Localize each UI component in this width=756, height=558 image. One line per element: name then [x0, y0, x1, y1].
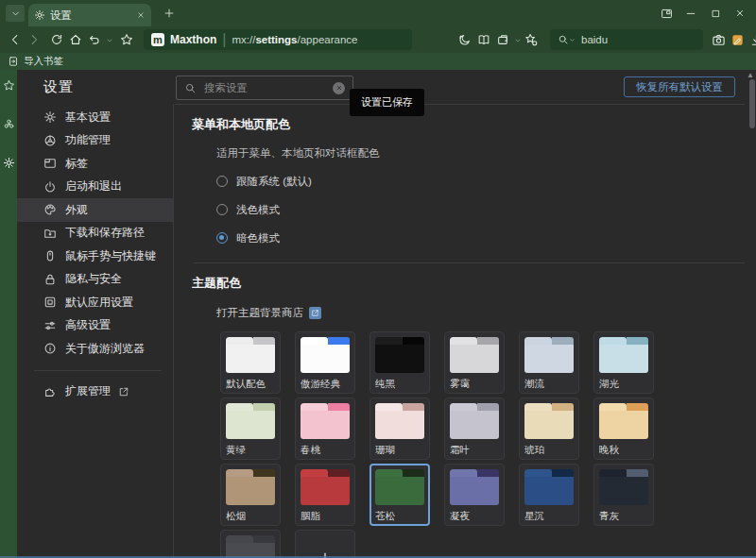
settings-search-input[interactable] — [202, 81, 333, 94]
nav-item-power[interactable]: 启动和退出 — [17, 176, 173, 199]
theme-tile[interactable]: 纯黑 — [369, 331, 430, 394]
maximize-button[interactable] — [707, 5, 724, 22]
theme-tile[interactable]: 潮流 — [519, 331, 579, 394]
undo-dropdown[interactable] — [106, 31, 113, 48]
home-button[interactable] — [66, 30, 85, 49]
theme-name: 凝夜 — [450, 510, 499, 523]
nav-item-extensions[interactable]: 扩展管理 — [17, 380, 173, 404]
settings-search-box[interactable] — [176, 76, 353, 100]
theme-tile[interactable]: 傲游经典 — [295, 331, 355, 394]
theme-tile[interactable]: 松烟 — [220, 464, 281, 526]
theme-tile[interactable]: 胭脂 — [295, 464, 355, 526]
nav-item-sliders[interactable]: 高级设置 — [17, 314, 173, 338]
theme-name: 晚秋 — [599, 444, 648, 457]
theme-tile[interactable]: 暗夜 — [220, 530, 281, 558]
read-mode-button[interactable] — [474, 30, 493, 49]
nav-item-label: 高级设置 — [65, 317, 111, 333]
nav-item-wheel[interactable]: 功能管理 — [17, 129, 173, 153]
scrollbar-up-arrow[interactable]: ▲ — [747, 71, 754, 79]
clear-search-button[interactable] — [333, 82, 345, 94]
tab-list-button[interactable] — [6, 5, 25, 22]
maxthon-logo: m — [151, 33, 164, 46]
active-tab-settings[interactable]: 设置 — [28, 4, 151, 26]
address-bar[interactable]: m Maxthon | mx://settings/appearance — [144, 29, 412, 50]
open-theme-store-link[interactable]: 打开主题背景商店 — [216, 306, 745, 320]
theme-name: 松烟 — [226, 510, 275, 523]
night-mode-button[interactable] — [455, 30, 474, 49]
theme-tile[interactable]: 星沉 — [519, 464, 579, 526]
minimize-button[interactable] — [682, 5, 699, 22]
undo-closed-tab-button[interactable] — [85, 30, 104, 49]
theme-tile[interactable]: 琥珀 — [519, 397, 579, 460]
screenshot-button[interactable] — [709, 30, 728, 49]
app-icon — [43, 296, 57, 309]
nav-item-info[interactable]: 关于傲游浏览器 — [17, 337, 173, 361]
theme-name: 默认配色 — [226, 378, 275, 391]
nav-item-lock[interactable]: 隐私与安全 — [17, 268, 173, 292]
maxnote-button[interactable] — [728, 30, 747, 49]
close-window-button[interactable] — [731, 5, 748, 22]
tab-close-icon[interactable] — [136, 10, 146, 20]
rail-settings-button[interactable] — [3, 157, 15, 169]
scrollbar-thumb[interactable] — [749, 79, 755, 128]
star-icon — [3, 79, 15, 92]
theme-tile[interactable]: 珊瑚 — [369, 397, 430, 460]
color-mode-radio[interactable]: 跟随系统 (默认) — [216, 174, 745, 189]
radio-circle-icon — [216, 176, 228, 187]
import-bookmarks-button[interactable]: 导入书签 — [24, 55, 63, 68]
theme-tile[interactable]: 春桃 — [295, 397, 355, 460]
refresh-icon — [50, 33, 63, 46]
bookmark-settings-button[interactable] — [522, 30, 541, 49]
nav-item-gear[interactable]: 基本设置 — [17, 106, 173, 129]
new-tab-button[interactable] — [161, 5, 178, 22]
nav-item-palette[interactable]: 外观 — [17, 198, 173, 222]
nav-item-mouse[interactable]: 鼠标手势与快捷键 — [17, 245, 173, 268]
theme-tile[interactable]: 黄绿 — [220, 397, 281, 460]
theme-swatch — [450, 469, 499, 505]
settings-page: 设置 恢复所有默认设置 设置已保存 基本设置功能管理标签启动和退出外观下载和保存… — [17, 70, 756, 558]
share-button[interactable] — [493, 30, 512, 49]
quick-search-bar[interactable] — [550, 29, 703, 50]
maximize-icon — [711, 8, 721, 19]
restore-defaults-button[interactable]: 恢复所有默认设置 — [624, 76, 735, 97]
color-mode-radio[interactable]: 暗色模式 — [216, 230, 745, 245]
caret-down-icon[interactable] — [569, 37, 576, 43]
theme-tile[interactable]: 雾霭 — [444, 331, 505, 394]
favorite-page-button[interactable] — [117, 30, 136, 49]
nav-item-tab[interactable]: 标签 — [17, 152, 173, 176]
theme-tile[interactable]: 晚秋 — [593, 397, 654, 460]
rail-favorites-button[interactable] — [3, 79, 15, 92]
share-dropdown[interactable] — [514, 31, 522, 48]
theme-swatch — [524, 403, 574, 439]
theme-name: 琥珀 — [524, 444, 574, 457]
gear-icon — [43, 110, 57, 124]
lock-icon — [43, 273, 57, 286]
theme-tile[interactable]: 湖光 — [593, 331, 654, 394]
download-icon — [749, 33, 756, 47]
nav-item-folder[interactable]: 下载和保存路径 — [17, 222, 173, 245]
wheel-icon — [43, 134, 57, 147]
theme-tile[interactable]: 霜叶 — [444, 397, 505, 460]
forward-button[interactable] — [25, 30, 43, 49]
theme-name: 青灰 — [599, 510, 648, 523]
theme-tile[interactable]: 凝夜 — [444, 464, 505, 526]
downloads-button[interactable] — [747, 30, 756, 49]
add-theme-button[interactable] — [295, 530, 355, 558]
theme-tile[interactable]: 青灰 — [593, 464, 654, 526]
radio-label: 浅色模式 — [236, 203, 280, 217]
theme-swatch — [375, 403, 424, 439]
theme-tile[interactable]: 苍松 — [369, 464, 430, 526]
theme-swatch — [226, 535, 275, 558]
color-mode-radio[interactable]: 浅色模式 — [216, 202, 745, 217]
quick-search-input[interactable] — [579, 33, 668, 46]
rail-maxnote-button[interactable] — [3, 118, 15, 130]
nav-item-app[interactable]: 默认应用设置 — [17, 291, 173, 314]
window-panel-button[interactable] — [658, 5, 675, 22]
refresh-button[interactable] — [47, 30, 66, 49]
theme-swatch — [226, 337, 275, 373]
minimize-icon — [685, 8, 696, 19]
theme-tile[interactable]: 默认配色 — [220, 331, 281, 394]
theme-swatch — [524, 337, 574, 373]
chevron-down-icon — [10, 8, 21, 19]
back-button[interactable] — [6, 30, 25, 49]
